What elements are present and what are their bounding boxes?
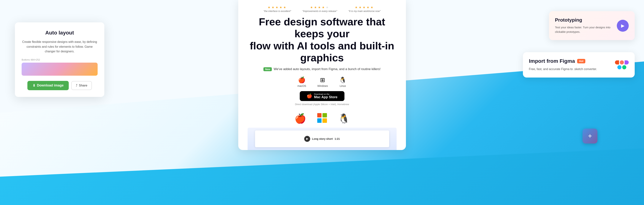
platform-logos: 🍎 🐧	[248, 110, 396, 128]
star: ★	[310, 6, 314, 9]
star: ★	[268, 6, 271, 9]
star: ★	[276, 6, 279, 9]
auto-layout-title: Auto layout	[22, 30, 98, 36]
star: ★	[322, 6, 325, 9]
os-macos: 🍎 macOS	[298, 76, 306, 88]
star: ★	[363, 6, 366, 9]
figma-color-orange	[620, 60, 624, 64]
figma-import-description: Free, fast, and accurate Figma to .sketc…	[529, 67, 610, 72]
share-icon: ⤴	[76, 84, 78, 88]
figma-logo	[615, 60, 629, 69]
review-quote-3: "It is my main workhorse now"	[348, 10, 380, 12]
review-2: ★ ★ ★ ★ ★ "Improvements in every release…	[302, 6, 337, 12]
windows-platform-logo	[317, 113, 327, 123]
win-sq-yellow	[322, 118, 327, 123]
macos-platform-logo: 🍎	[294, 113, 306, 124]
prototyping-content: Prototyping Test your ideas faster. Turn…	[555, 17, 612, 34]
star-half: ★	[326, 6, 329, 9]
os-windows-label: Windows	[317, 84, 328, 88]
figma-import-content: Import from Figma Hot Free, fast, and ac…	[529, 58, 610, 72]
review-1: ★ ★ ★ ★ ★ "the interface is excellent"	[264, 6, 291, 12]
appstore-big-text: Mac App Store	[314, 95, 337, 99]
review-quote-2: "Improvements in every release"	[302, 10, 337, 12]
win-sq-red	[317, 113, 322, 118]
figma-color-green	[622, 65, 626, 69]
figma-import-title: Import from Figma	[529, 58, 575, 64]
star: ★	[280, 6, 283, 9]
download-image-button[interactable]: ⬇ Download image	[28, 81, 69, 90]
figma-color-purple	[625, 60, 629, 64]
star: ★	[272, 6, 275, 9]
hero-section: ★ ★ ★ ★ ★ "the interface is excellent" ★…	[238, 0, 406, 150]
stars-1: ★ ★ ★ ★ ★	[268, 6, 287, 9]
video-label: Long story short	[312, 137, 333, 140]
direct-download-text: Direct download (Apple Silicon + Intel),…	[248, 103, 396, 106]
star: ★	[318, 6, 321, 9]
reviews-row: ★ ★ ★ ★ ★ "the interface is excellent" ★…	[248, 6, 396, 12]
win-sq-blue	[317, 118, 322, 123]
sketch-plugin-icon: +	[582, 128, 598, 144]
stars-2: ★ ★ ★ ★ ★	[310, 6, 329, 9]
os-row: 🍎 macOS ⊞ Windows 🐧 Linux	[248, 76, 396, 88]
star: ★	[283, 6, 287, 9]
card-actions: ⬇ Download image ⤴ Share	[22, 81, 98, 90]
figma-import-card: Import from Figma Hot Free, fast, and ac…	[523, 52, 635, 78]
linux-icon: 🐧	[339, 76, 346, 84]
plugin-icon-symbol: +	[588, 132, 592, 140]
figma-color-blue	[617, 65, 622, 69]
prototyping-play-button[interactable]: ▶	[617, 20, 629, 32]
star: ★	[355, 6, 358, 9]
play-icon: ▶	[621, 23, 624, 28]
linux-platform-logo: 🐧	[338, 113, 350, 124]
win-sq-green	[322, 113, 327, 118]
star: ★	[370, 6, 374, 9]
appstore-button-text: Download on the Mac App Store	[314, 93, 337, 99]
star: ★	[314, 6, 318, 9]
review-quote-1: "the interface is excellent"	[264, 10, 291, 12]
screenshot-inner: ▶ Long story short 1:21	[255, 130, 389, 147]
stars-3: ★ ★ ★ ★ ★	[355, 6, 374, 9]
share-button[interactable]: ⤴ Share	[71, 81, 92, 90]
prototyping-card: Prototyping Test your ideas faster. Turn…	[549, 11, 635, 40]
prototyping-title: Prototyping	[555, 17, 612, 23]
macos-icon: 🍎	[298, 76, 306, 84]
hero-tagline: New We've added auto layouts, import fro…	[248, 67, 396, 71]
apple-icon: 🍎	[307, 93, 312, 98]
app-screenshot: ▶ Long story short 1:21	[248, 128, 396, 150]
video-play-area[interactable]: ▶ Long story short 1:21	[304, 136, 340, 142]
os-macos-label: macOS	[298, 84, 306, 88]
star: ★	[359, 6, 362, 9]
video-duration: 1:21	[334, 137, 340, 140]
review-3: ★ ★ ★ ★ ★ "It is my main workhorse now"	[348, 6, 380, 12]
figma-color-red	[615, 60, 619, 64]
new-badge: New	[264, 67, 272, 71]
auto-layout-description: Create flexible responsive designs with …	[22, 40, 98, 54]
download-icon: ⬇	[32, 84, 36, 88]
auto-layout-card: Auto layout Create flexible responsive d…	[15, 22, 104, 97]
os-windows: ⊞ Windows	[317, 76, 328, 88]
star: ★	[366, 6, 370, 9]
tagline-text: We've added auto layouts, import from Fi…	[274, 67, 380, 71]
hot-badge: Hot	[577, 59, 585, 63]
buttons-label: Buttons 484×252	[22, 58, 98, 61]
mac-appstore-button[interactable]: 🍎 Download on the Mac App Store	[300, 91, 344, 101]
os-linux: 🐧 Linux	[339, 76, 346, 88]
os-linux-label: Linux	[340, 84, 346, 88]
prototyping-description: Test your ideas faster. Turn your design…	[555, 25, 612, 34]
gradient-preview-bar	[22, 62, 98, 76]
windows-icon: ⊞	[320, 76, 325, 84]
hero-headline: Free design software that keeps your flo…	[248, 16, 396, 64]
appstore-small-text: Download on the	[314, 93, 337, 95]
figma-import-title-row: Import from Figma Hot	[529, 58, 610, 64]
play-button[interactable]: ▶	[304, 136, 310, 142]
